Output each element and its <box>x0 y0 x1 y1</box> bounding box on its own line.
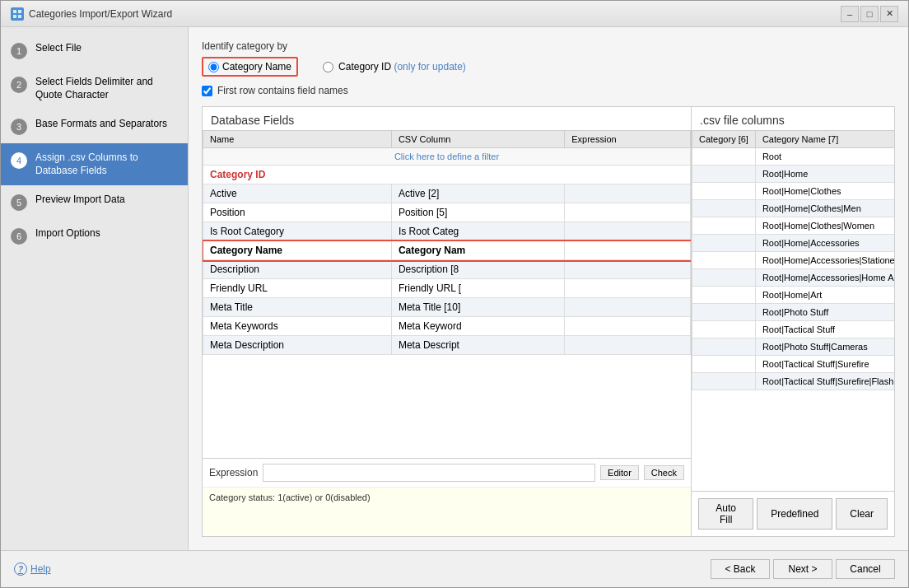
minimize-button[interactable]: – <box>841 6 859 22</box>
help-text[interactable]: Help <box>30 563 51 575</box>
sidebar-item-fields-delimiter[interactable]: 2 Select Fields Delimiter and Quote Char… <box>1 68 188 110</box>
list-item[interactable]: Root|Home|Clothes<p><span <box>692 183 895 200</box>
filter-row[interactable]: Click here to define a filter <box>203 148 691 166</box>
sidebar-item-select-file[interactable]: 1 Select File <box>1 34 188 68</box>
auto-fill-button[interactable]: Auto Fill <box>698 498 753 530</box>
main-content: Identify category by Category Name Categ… <box>189 27 908 550</box>
next-button[interactable]: Next > <box>773 559 832 579</box>
cancel-button[interactable]: Cancel <box>836 559 895 579</box>
step-1-number: 1 <box>11 43 27 59</box>
first-row-checkbox[interactable] <box>202 86 212 96</box>
svg-rect-3 <box>18 15 21 18</box>
database-fields-table-container[interactable]: Name CSV Column Expression Click here to… <box>203 130 691 458</box>
category-id-header: Category ID <box>203 166 691 184</box>
radio-row: Category Name Category ID (only for upda… <box>202 57 895 77</box>
csv-columns-panel: .csv file columns Category [6] Category … <box>692 106 895 537</box>
list-item[interactable]: Root|Home|Accessories|Stationery<p><span <box>692 252 895 269</box>
help-link[interactable]: ? Help <box>14 562 51 576</box>
col-category6-header: Category [6] <box>692 131 756 148</box>
csv-column: Active [2] <box>391 184 564 203</box>
first-row-section: First row contains field names <box>202 85 895 96</box>
list-item[interactable]: Root|Photo Stuff <box>692 304 895 321</box>
csv-column: Is Root Categ <box>391 222 564 241</box>
csv-col7: Root|Home|Accessories|Stationery <box>755 252 894 269</box>
csv-col6 <box>692 287 756 304</box>
csv-col7: Root|Photo Stuff|Cameras <box>755 338 894 356</box>
app-icon <box>11 7 24 21</box>
table-row[interactable]: Active Active [2] <box>203 184 691 203</box>
clear-button[interactable]: Clear <box>836 498 888 530</box>
csv-table-container[interactable]: Category [6] Category Name [7] Descripti… <box>692 130 894 491</box>
panels-container: Database Fields Name CSV Column Expressi… <box>202 106 895 537</box>
maximize-button[interactable]: □ <box>860 6 879 22</box>
csv-col6 <box>692 235 756 252</box>
step-4-label: Assign .csv Columns to Database Fields <box>35 152 178 177</box>
csv-column: Meta Descript <box>391 336 564 355</box>
csv-title: .csv file columns <box>692 107 894 130</box>
expression-section: Expression Editor Check <box>203 458 691 487</box>
field-name: Friendly URL <box>203 279 392 298</box>
expression-input[interactable] <box>263 464 595 482</box>
csv-col7: Root|Home|Accessories|Home Accessories <box>755 269 894 287</box>
table-row[interactable]: Is Root Category Is Root Categ <box>203 222 691 241</box>
csv-column: Category Nam <box>391 241 564 260</box>
predefined-button[interactable]: Predefined <box>757 498 832 530</box>
csv-column: Meta Keyword <box>391 317 564 336</box>
field-name: Active <box>203 184 392 203</box>
help-icon: ? <box>14 562 27 576</box>
step-6-number: 6 <box>11 228 27 245</box>
list-item[interactable]: Root <box>692 148 895 166</box>
first-row-label[interactable]: First row contains field names <box>217 85 348 96</box>
sidebar-item-preview[interactable]: 5 Preview Import Data <box>1 185 188 219</box>
list-item[interactable]: Root|Home|Art<p><span style="font-size:1… <box>692 287 895 304</box>
table-row[interactable]: Description Description [8 <box>203 260 691 279</box>
col-expr-header: Expression <box>565 131 691 148</box>
csv-col6 <box>692 373 756 390</box>
col-name-header: Name <box>203 131 392 148</box>
table-row[interactable]: Meta Keywords Meta Keyword <box>203 317 691 336</box>
csv-col6 <box>692 338 756 356</box>
category-name-label[interactable]: Category Name <box>222 61 291 72</box>
expression <box>565 241 691 260</box>
list-item[interactable]: Root|Photo Stuff|Cameras<h2>Cameras</h2> <box>692 338 895 356</box>
table-row[interactable]: Meta Description Meta Descript <box>203 336 691 355</box>
category-name-row[interactable]: Category Name Category Nam <box>203 241 691 260</box>
list-item[interactable]: Root|Home|Clothes|Men<p><span <box>692 200 895 217</box>
list-item[interactable]: Root|Tactical Stuff|Surefire<p>SureFire,… <box>692 356 895 373</box>
table-row[interactable]: Meta Title Meta Title [10] <box>203 298 691 317</box>
sidebar-item-base-formats[interactable]: 3 Base Formats and Separators <box>1 110 188 143</box>
list-item[interactable]: Root|Home <box>692 166 895 183</box>
field-name: Description <box>203 260 392 279</box>
expression <box>565 203 691 222</box>
sidebar-item-import-options[interactable]: 6 Import Options <box>1 219 188 253</box>
csv-column: Description [8 <box>391 260 564 279</box>
csv-column: Meta Title [10] <box>391 298 564 317</box>
step-2-label: Select Fields Delimiter and Quote Charac… <box>35 76 178 101</box>
step-3-number: 3 <box>11 119 27 135</box>
category-id-header-row: Category ID <box>203 166 691 184</box>
field-name: Position <box>203 203 392 222</box>
csv-col7: Root|Tactical Stuff|Surefire <box>755 356 894 373</box>
expression <box>565 336 691 355</box>
svg-rect-0 <box>13 10 16 13</box>
list-item[interactable]: Root|Tactical Stuff|Surefire|Flashlights <box>692 373 895 390</box>
sidebar-item-assign-columns[interactable]: 4 Assign .csv Columns to Database Fields <box>1 143 188 185</box>
list-item[interactable]: Root|Home|Accessories|Home Accessories<p… <box>692 269 895 287</box>
list-item[interactable]: Root|Home|Clothes|Women<p><span <box>692 217 895 235</box>
expression <box>565 317 691 336</box>
category-name-radio[interactable] <box>208 62 219 72</box>
svg-rect-2 <box>13 15 16 18</box>
expression-label: Expression <box>209 467 258 478</box>
category-id-radio[interactable] <box>323 62 333 72</box>
list-item[interactable]: Root|Home|Accessories<p><span <box>692 235 895 252</box>
step-4-number: 4 <box>11 152 27 169</box>
check-button[interactable]: Check <box>644 465 684 480</box>
step-5-label: Preview Import Data <box>35 194 125 207</box>
table-row[interactable]: Friendly URL Friendly URL [ <box>203 279 691 298</box>
editor-button[interactable]: Editor <box>600 465 639 480</box>
table-row[interactable]: Position Position [5] <box>203 203 691 222</box>
list-item[interactable]: Root|Tactical Stuff <box>692 321 895 338</box>
close-button[interactable]: ✕ <box>880 6 898 22</box>
back-button[interactable]: < Back <box>711 559 770 579</box>
filter-text[interactable]: Click here to define a filter <box>203 148 691 166</box>
